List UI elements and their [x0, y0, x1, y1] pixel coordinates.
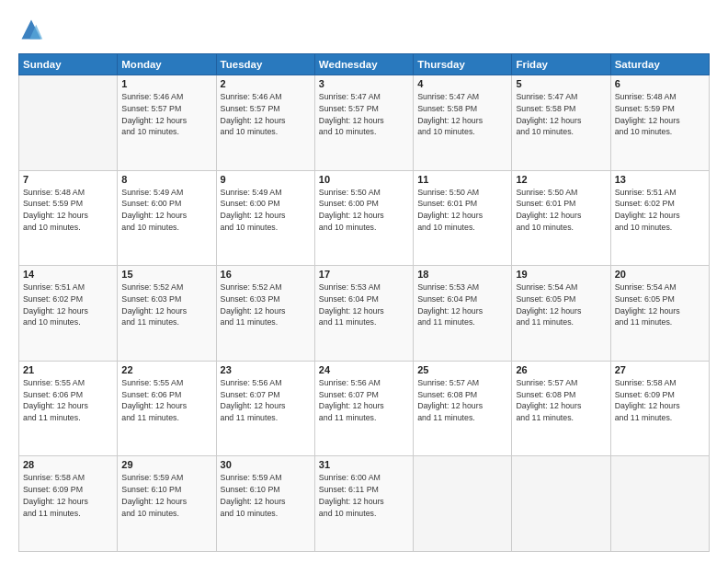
day-number: 28 — [23, 459, 113, 470]
day-number: 19 — [516, 269, 606, 280]
day-number: 10 — [319, 174, 409, 185]
day-detail: Sunrise: 5:48 AM Sunset: 5:59 PM Dayligh… — [23, 187, 113, 234]
day-cell: 20Sunrise: 5:54 AM Sunset: 6:05 PM Dayli… — [610, 266, 709, 362]
day-cell: 29Sunrise: 5:59 AM Sunset: 6:10 PM Dayli… — [118, 456, 216, 552]
day-detail: Sunrise: 5:46 AM Sunset: 5:57 PM Dayligh… — [221, 91, 311, 138]
weekday-thursday: Thursday — [414, 54, 512, 75]
day-detail: Sunrise: 5:51 AM Sunset: 6:02 PM Dayligh… — [23, 282, 113, 328]
logo — [18, 17, 48, 42]
day-number: 17 — [319, 269, 409, 280]
day-cell: 22Sunrise: 5:55 AM Sunset: 6:06 PM Dayli… — [118, 361, 216, 456]
weekday-saturday: Saturday — [610, 54, 709, 75]
day-number: 4 — [417, 78, 507, 89]
header — [18, 17, 710, 42]
day-detail: Sunrise: 5:50 AM Sunset: 6:00 PM Dayligh… — [319, 187, 409, 234]
day-detail: Sunrise: 5:48 AM Sunset: 5:59 PM Dayligh… — [615, 91, 705, 138]
day-number: 29 — [121, 459, 211, 470]
day-number: 9 — [221, 174, 311, 185]
day-cell: 18Sunrise: 5:53 AM Sunset: 6:04 PM Dayli… — [414, 266, 512, 362]
day-number: 3 — [319, 78, 409, 89]
day-cell — [610, 456, 709, 552]
day-detail: Sunrise: 5:57 AM Sunset: 6:08 PM Dayligh… — [516, 377, 606, 424]
day-number: 24 — [319, 364, 409, 375]
day-detail: Sunrise: 5:52 AM Sunset: 6:03 PM Dayligh… — [121, 282, 211, 328]
day-detail: Sunrise: 5:54 AM Sunset: 6:05 PM Dayligh… — [615, 282, 705, 328]
day-detail: Sunrise: 5:50 AM Sunset: 6:01 PM Dayligh… — [417, 187, 507, 234]
day-detail: Sunrise: 5:59 AM Sunset: 6:10 PM Dayligh… — [221, 472, 311, 519]
day-cell: 16Sunrise: 5:52 AM Sunset: 6:03 PM Dayli… — [216, 266, 314, 362]
day-cell: 21Sunrise: 5:55 AM Sunset: 6:06 PM Dayli… — [19, 361, 118, 456]
day-number: 11 — [417, 174, 507, 185]
day-detail: Sunrise: 5:56 AM Sunset: 6:07 PM Dayligh… — [319, 377, 409, 424]
day-number: 16 — [221, 269, 311, 280]
day-number: 20 — [615, 269, 705, 280]
day-number: 14 — [23, 269, 113, 280]
day-cell: 27Sunrise: 5:58 AM Sunset: 6:09 PM Dayli… — [610, 361, 709, 456]
day-detail: Sunrise: 5:56 AM Sunset: 6:07 PM Dayligh… — [221, 377, 311, 424]
day-cell: 23Sunrise: 5:56 AM Sunset: 6:07 PM Dayli… — [216, 361, 314, 456]
day-number: 7 — [23, 174, 113, 185]
day-cell: 14Sunrise: 5:51 AM Sunset: 6:02 PM Dayli… — [19, 266, 118, 362]
day-cell: 1Sunrise: 5:46 AM Sunset: 5:57 PM Daylig… — [118, 75, 216, 171]
day-detail: Sunrise: 5:47 AM Sunset: 5:58 PM Dayligh… — [516, 91, 606, 138]
day-detail: Sunrise: 5:53 AM Sunset: 6:04 PM Dayligh… — [319, 282, 409, 328]
day-cell: 26Sunrise: 5:57 AM Sunset: 6:08 PM Dayli… — [512, 361, 610, 456]
day-number: 25 — [417, 364, 507, 375]
day-cell: 6Sunrise: 5:48 AM Sunset: 5:59 PM Daylig… — [610, 75, 709, 171]
day-cell: 3Sunrise: 5:47 AM Sunset: 5:57 PM Daylig… — [314, 75, 413, 171]
day-number: 15 — [121, 269, 211, 280]
day-cell: 12Sunrise: 5:50 AM Sunset: 6:01 PM Dayli… — [512, 170, 610, 266]
day-detail: Sunrise: 5:58 AM Sunset: 6:09 PM Dayligh… — [23, 472, 113, 519]
page: SundayMondayTuesdayWednesdayThursdayFrid… — [0, 0, 728, 563]
day-number: 21 — [23, 364, 113, 375]
day-detail: Sunrise: 5:55 AM Sunset: 6:06 PM Dayligh… — [121, 377, 211, 424]
day-number: 1 — [121, 78, 211, 89]
day-cell: 7Sunrise: 5:48 AM Sunset: 5:59 PM Daylig… — [19, 170, 118, 266]
day-cell: 9Sunrise: 5:49 AM Sunset: 6:00 PM Daylig… — [216, 170, 314, 266]
day-cell: 4Sunrise: 5:47 AM Sunset: 5:58 PM Daylig… — [414, 75, 512, 171]
day-detail: Sunrise: 5:59 AM Sunset: 6:10 PM Dayligh… — [121, 472, 211, 519]
day-detail: Sunrise: 5:46 AM Sunset: 5:57 PM Dayligh… — [121, 91, 211, 138]
day-cell: 10Sunrise: 5:50 AM Sunset: 6:00 PM Dayli… — [314, 170, 413, 266]
day-number: 31 — [319, 459, 409, 470]
day-cell: 5Sunrise: 5:47 AM Sunset: 5:58 PM Daylig… — [512, 75, 610, 171]
day-cell: 13Sunrise: 5:51 AM Sunset: 6:02 PM Dayli… — [610, 170, 709, 266]
weekday-header-row: SundayMondayTuesdayWednesdayThursdayFrid… — [19, 54, 710, 75]
day-number: 2 — [221, 78, 311, 89]
week-row-1: 1Sunrise: 5:46 AM Sunset: 5:57 PM Daylig… — [19, 75, 710, 171]
week-row-4: 21Sunrise: 5:55 AM Sunset: 6:06 PM Dayli… — [19, 361, 710, 456]
day-detail: Sunrise: 5:52 AM Sunset: 6:03 PM Dayligh… — [221, 282, 311, 328]
day-detail: Sunrise: 5:50 AM Sunset: 6:01 PM Dayligh… — [516, 187, 606, 234]
day-number: 12 — [516, 174, 606, 185]
logo-icon — [18, 17, 44, 42]
day-detail: Sunrise: 5:47 AM Sunset: 5:58 PM Dayligh… — [417, 91, 507, 138]
day-number: 5 — [516, 78, 606, 89]
day-cell: 25Sunrise: 5:57 AM Sunset: 6:08 PM Dayli… — [414, 361, 512, 456]
day-detail: Sunrise: 5:47 AM Sunset: 5:57 PM Dayligh… — [319, 91, 409, 138]
day-cell — [19, 75, 118, 171]
day-detail: Sunrise: 5:57 AM Sunset: 6:08 PM Dayligh… — [417, 377, 507, 424]
week-row-5: 28Sunrise: 5:58 AM Sunset: 6:09 PM Dayli… — [19, 456, 710, 552]
day-cell: 30Sunrise: 5:59 AM Sunset: 6:10 PM Dayli… — [216, 456, 314, 552]
day-number: 18 — [417, 269, 507, 280]
day-cell: 8Sunrise: 5:49 AM Sunset: 6:00 PM Daylig… — [118, 170, 216, 266]
day-detail: Sunrise: 5:49 AM Sunset: 6:00 PM Dayligh… — [221, 187, 311, 234]
day-number: 13 — [615, 174, 705, 185]
day-detail: Sunrise: 5:55 AM Sunset: 6:06 PM Dayligh… — [23, 377, 113, 424]
day-number: 30 — [221, 459, 311, 470]
day-detail: Sunrise: 6:00 AM Sunset: 6:11 PM Dayligh… — [319, 472, 409, 519]
day-number: 26 — [516, 364, 606, 375]
day-cell: 17Sunrise: 5:53 AM Sunset: 6:04 PM Dayli… — [314, 266, 413, 362]
day-number: 6 — [615, 78, 705, 89]
week-row-3: 14Sunrise: 5:51 AM Sunset: 6:02 PM Dayli… — [19, 266, 710, 362]
day-cell: 11Sunrise: 5:50 AM Sunset: 6:01 PM Dayli… — [414, 170, 512, 266]
day-number: 8 — [121, 174, 211, 185]
day-detail: Sunrise: 5:54 AM Sunset: 6:05 PM Dayligh… — [516, 282, 606, 328]
day-cell: 2Sunrise: 5:46 AM Sunset: 5:57 PM Daylig… — [216, 75, 314, 171]
week-row-2: 7Sunrise: 5:48 AM Sunset: 5:59 PM Daylig… — [19, 170, 710, 266]
day-detail: Sunrise: 5:58 AM Sunset: 6:09 PM Dayligh… — [615, 377, 705, 424]
day-cell: 19Sunrise: 5:54 AM Sunset: 6:05 PM Dayli… — [512, 266, 610, 362]
day-cell — [512, 456, 610, 552]
weekday-wednesday: Wednesday — [314, 54, 413, 75]
day-number: 22 — [121, 364, 211, 375]
